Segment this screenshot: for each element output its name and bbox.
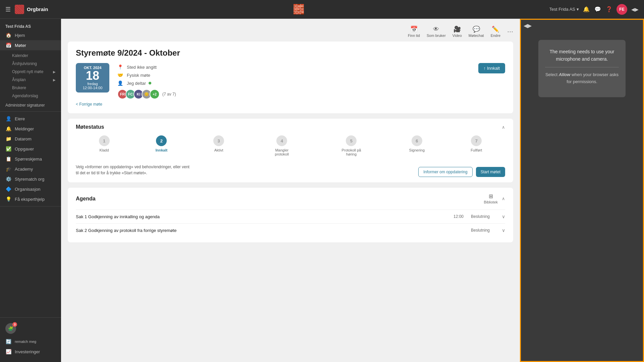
sidebar-divider-2 bbox=[0, 206, 61, 206]
toolbar-endre[interactable]: ✏️ Endre bbox=[491, 25, 500, 38]
edit-icon: ✏️ bbox=[492, 25, 499, 33]
sidebar-eiere-label: Eiere bbox=[15, 116, 25, 121]
permission-body: Select Allow when your browser asks for … bbox=[545, 71, 619, 85]
toolbar-video[interactable]: 🎥 Video bbox=[452, 25, 462, 38]
sidebar-item-academy[interactable]: 🎓 Academy bbox=[0, 164, 61, 174]
bell-icon: 🔔 bbox=[5, 126, 11, 131]
sidebar-sub-arsplan[interactable]: Årsplan ▶ bbox=[0, 76, 61, 84]
collapse-status-icon[interactable]: ∧ bbox=[502, 125, 505, 130]
toolbar-motechat[interactable]: 💬 Møtechat bbox=[469, 25, 484, 38]
arsplan-label: Årsplan bbox=[12, 77, 26, 82]
agenda-item-1-time: 12:00 bbox=[453, 214, 467, 219]
agenda-item-1-title: Sak 1 Godkjenning av innkalling og agend… bbox=[76, 214, 449, 219]
sidebar-oppgaver-label: Oppgaver bbox=[15, 146, 34, 152]
user-avatar-button[interactable]: FE bbox=[616, 4, 627, 15]
sidebar-item-organisasjon[interactable]: 🔷 Organisasjon bbox=[0, 184, 61, 194]
sidebar-sporreskjema-label: Spørreskjema bbox=[15, 157, 42, 162]
sidebar-item-styrematch[interactable]: ⚙️ Styrematch org bbox=[0, 174, 61, 184]
date-weekday: fredag bbox=[78, 82, 107, 86]
sidebar-sub-agendaforslag[interactable]: Agendaforslag bbox=[0, 92, 61, 100]
meeting-card: Styremøte 9/2024 - Oktober OKT. 2024 18 … bbox=[68, 42, 513, 113]
step-circle-4: 4 bbox=[276, 135, 287, 146]
sidebar-academy-label: Academy bbox=[15, 167, 33, 172]
avatars-count: (7 av 7) bbox=[162, 92, 176, 97]
agenda-library-button[interactable]: ⊞ Bibliotek bbox=[484, 193, 498, 204]
step-circle-6: 6 bbox=[412, 135, 422, 146]
sidebar-item-oppgaver[interactable]: ✅ Oppgaver bbox=[0, 144, 61, 154]
status-title: Møtestatus bbox=[76, 124, 104, 130]
meeting-status-card: Møtestatus ∧ 1 Kladd 2 Innkalt 3 Aktivt … bbox=[68, 119, 513, 182]
toolbar-more-menu[interactable]: ⋯ bbox=[507, 28, 513, 35]
sidebar-item-eksperthjelp[interactable]: 💡 Få eksperthjelp bbox=[0, 194, 61, 204]
sidebar-item-eiere[interactable]: 👤 Eiere bbox=[0, 114, 61, 124]
sidebar-sub-arshjulvisning[interactable]: Årshjulvisning bbox=[0, 60, 61, 68]
rematch-icon: 🔄 bbox=[5, 339, 11, 344]
sidebar-item-sporreskjema[interactable]: 📋 Spørreskjema bbox=[0, 154, 61, 164]
lightbulb-icon: 💡 bbox=[5, 196, 11, 202]
panel-collapse-icon[interactable]: ◀▶ bbox=[631, 7, 639, 12]
location-icon: 📍 bbox=[117, 64, 124, 70]
help-icon[interactable]: ❓ bbox=[606, 6, 612, 12]
company-selector[interactable]: Test Frida AS ▾ bbox=[549, 7, 579, 12]
find-time-label: Finn tid bbox=[408, 34, 420, 38]
library-icon: ⊞ bbox=[489, 193, 493, 199]
innkalt-button[interactable]: ↑ Innkalt bbox=[478, 63, 505, 73]
step-circle-5: 5 bbox=[346, 135, 357, 146]
sidebar-sub-brukere[interactable]: Brukere bbox=[0, 84, 61, 92]
logo-text: Orgbrain bbox=[27, 6, 48, 12]
agenda-item-2-expand[interactable]: ∨ bbox=[502, 228, 505, 233]
prev-meeting-text: < Forrige møte bbox=[76, 102, 102, 107]
step-fullfort: 7 Fullført bbox=[471, 135, 482, 152]
sidebar-sub-kalender[interactable]: Kalender bbox=[0, 52, 61, 60]
sidebar-item-rematch[interactable]: 🔄 rematch meg bbox=[0, 337, 61, 347]
inform-update-button[interactable]: Informer om oppdatering bbox=[418, 167, 472, 177]
sidebar-item-investeringer[interactable]: 📈 Investeringer bbox=[0, 347, 61, 357]
hamburger-menu[interactable]: ☰ bbox=[5, 6, 11, 13]
main-layout: Test Frida AS 🏠 Hjem 📅 Møter Kalender År… bbox=[0, 0, 644, 362]
center-logo-icon: 🧱 bbox=[293, 4, 305, 15]
step-aktivt: 3 Aktivt bbox=[213, 135, 224, 152]
find-time-icon: 📅 bbox=[410, 25, 418, 33]
location-row: 📍 Sted ikke angitt bbox=[117, 63, 470, 71]
toolbar-som-bruker[interactable]: 👁 Som bruker bbox=[427, 26, 446, 38]
agenda-item-1-type: Beslutning bbox=[471, 214, 498, 219]
notifications-icon[interactable]: 🔔 bbox=[583, 6, 590, 12]
video-icon: 🎥 bbox=[453, 25, 461, 33]
sidebar-item-datarom[interactable]: 📁 Datarom bbox=[0, 134, 61, 144]
logo: Orgbrain bbox=[15, 5, 48, 14]
sidebar-sub-opprett[interactable]: Opprett nytt møte ▶ bbox=[0, 68, 61, 76]
sidebar-company-label: Test Frida AS bbox=[0, 21, 61, 30]
collapse-agenda-icon[interactable]: ∧ bbox=[502, 196, 505, 201]
sidebar-item-hjem[interactable]: 🏠 Hjem bbox=[0, 30, 61, 40]
arrow-right-icon: ▶ bbox=[53, 70, 56, 74]
investeringer-label: Investeringer bbox=[15, 349, 40, 354]
sidebar-eksperthjelp-label: Få eksperthjelp bbox=[15, 197, 45, 202]
agenda-item-1-expand[interactable]: ∨ bbox=[502, 214, 505, 219]
sidebar-item-meldinger[interactable]: 🔔 Meldinger bbox=[0, 124, 61, 134]
sidebar-item-moter[interactable]: 📅 Møter bbox=[0, 40, 61, 50]
toolbar-find-time[interactable]: 📅 Finn tid bbox=[408, 25, 420, 38]
form-icon: 📋 bbox=[5, 156, 11, 162]
som-bruker-label: Som bruker bbox=[427, 34, 446, 38]
meeting-type-row: 🤝 Fysisk møte bbox=[117, 71, 470, 79]
chevron-down-icon: ▾ bbox=[577, 7, 579, 12]
sidebar-divider-1 bbox=[0, 111, 61, 112]
endre-label: Endre bbox=[491, 34, 500, 38]
step-circle-2: 2 bbox=[156, 135, 167, 146]
sidebar-organisasjon-label: Organisasjon bbox=[15, 187, 41, 192]
sidebar-styrematch-label: Styrematch org bbox=[15, 177, 44, 182]
prev-meeting-link[interactable]: < Forrige møte bbox=[76, 102, 102, 107]
gear-icon: ⚙️ bbox=[5, 176, 11, 182]
sidebar-datarom-label: Datarom bbox=[15, 136, 32, 141]
meeting-meta: OKT. 2024 18 fredag 12:00-14:00 📍 Sted i… bbox=[76, 63, 505, 99]
status-action-buttons: Informer om oppdatering Start møtet bbox=[418, 167, 505, 177]
right-panel-collapse-icon[interactable]: ◀▶ bbox=[524, 22, 532, 29]
sidebar-user-area[interactable]: 🧩 3 bbox=[0, 320, 61, 337]
sidebar-administrer-signaturer[interactable]: Administrer signaturer bbox=[0, 101, 61, 109]
motechat-label: Møtechat bbox=[469, 34, 484, 38]
start-meeting-button[interactable]: Start møtet bbox=[476, 167, 505, 177]
chat-icon[interactable]: 💬 bbox=[594, 6, 601, 12]
administrer-label: Administrer signaturer bbox=[5, 103, 45, 108]
participation-row: 👤 Jeg deltar bbox=[117, 79, 470, 87]
arsplan-arrow-icon: ▶ bbox=[53, 78, 56, 82]
